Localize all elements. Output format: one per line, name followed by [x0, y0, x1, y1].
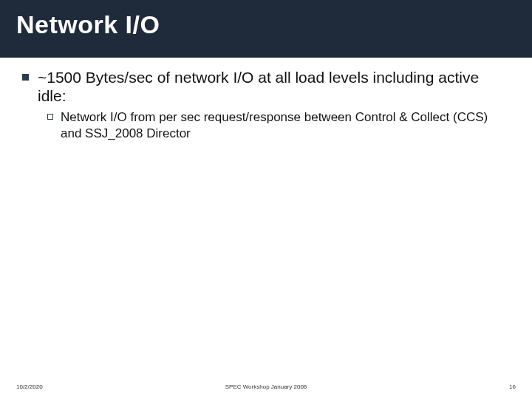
footer-center: SPEC Workshop January 2008	[0, 383, 532, 390]
sub-bullet-text: Network I/O from per sec request/respons…	[61, 109, 510, 141]
slide-title: Network I/O	[16, 10, 160, 39]
bullet-text: ~1500 Bytes/sec of network I/O at all lo…	[38, 68, 510, 105]
footer-page-number: 16	[509, 383, 516, 390]
square-bullet-icon	[22, 74, 29, 81]
bullet-level-1: ~1500 Bytes/sec of network I/O at all lo…	[22, 68, 510, 105]
slide: Network I/O ~1500 Bytes/sec of network I…	[0, 0, 532, 399]
slide-content: ~1500 Bytes/sec of network I/O at all lo…	[22, 68, 510, 141]
hollow-square-bullet-icon	[47, 114, 53, 120]
bullet-level-2: Network I/O from per sec request/respons…	[47, 109, 510, 141]
